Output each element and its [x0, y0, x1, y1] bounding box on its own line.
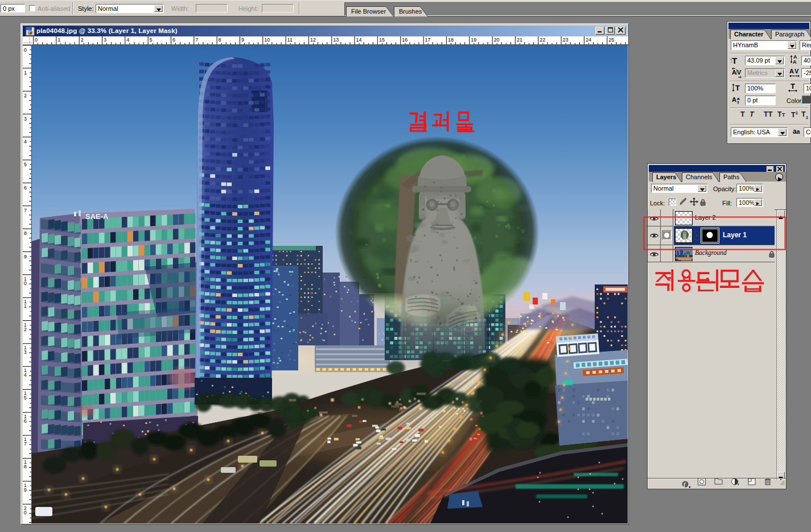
svg-text:T: T [735, 84, 740, 92]
svg-text:5: 5 [24, 162, 27, 167]
svg-text:20: 20 [494, 37, 500, 43]
svg-text:A: A [732, 96, 736, 103]
svg-text:3: 3 [104, 37, 106, 43]
svg-text:A: A [793, 59, 797, 64]
svg-text:8: 8 [219, 37, 221, 43]
svg-text:2: 2 [81, 37, 84, 43]
svg-text:A: A [732, 69, 736, 76]
svg-text:24: 24 [586, 37, 591, 43]
svg-text:T: T [791, 82, 795, 90]
svg-text:SAE-A: SAE-A [85, 212, 109, 221]
svg-text:4: 4 [126, 37, 129, 43]
svg-text:6: 6 [24, 185, 27, 191]
svg-text:9: 9 [241, 37, 244, 43]
svg-text:18: 18 [448, 37, 454, 43]
svg-text:a: a [737, 96, 740, 101]
svg-text:1: 1 [24, 303, 27, 309]
svg-text:3: 3 [24, 349, 27, 355]
svg-text:3: 3 [24, 116, 27, 122]
svg-text:10: 10 [264, 37, 270, 43]
svg-text:7: 7 [195, 37, 198, 43]
svg-text:23: 23 [563, 37, 569, 43]
svg-text:2: 2 [24, 327, 27, 332]
svg-text:16: 16 [402, 37, 407, 43]
svg-text:1: 1 [24, 70, 27, 76]
svg-text:0: 0 [24, 281, 27, 286]
svg-text:0: 0 [24, 510, 27, 515]
svg-text:13: 13 [333, 37, 339, 43]
svg-text:4: 4 [24, 372, 27, 378]
svg-text:0: 0 [24, 47, 27, 53]
svg-text:19: 19 [471, 37, 476, 43]
svg-text:21: 21 [517, 37, 522, 43]
svg-text:8: 8 [24, 464, 27, 469]
svg-text:V: V [794, 68, 799, 75]
svg-text:22: 22 [540, 37, 545, 43]
svg-text:17: 17 [425, 37, 431, 43]
svg-text:9: 9 [24, 487, 27, 493]
svg-text:9: 9 [24, 254, 27, 259]
svg-text:V: V [737, 69, 742, 76]
svg-text:14: 14 [356, 37, 362, 43]
svg-text:A: A [789, 68, 794, 75]
svg-text:5: 5 [24, 395, 27, 401]
svg-text:4: 4 [24, 139, 27, 145]
svg-text:7: 7 [24, 441, 27, 447]
svg-text:2: 2 [24, 93, 27, 98]
svg-text:11: 11 [287, 37, 293, 43]
svg-text:12: 12 [310, 37, 316, 43]
svg-text:5: 5 [150, 37, 153, 43]
svg-text:25: 25 [608, 37, 614, 43]
svg-text:8: 8 [24, 230, 27, 236]
svg-text:7: 7 [24, 208, 27, 213]
svg-text:15: 15 [379, 37, 385, 43]
svg-text:6: 6 [24, 418, 27, 424]
svg-text:0: 0 [35, 37, 38, 43]
svg-text:1: 1 [57, 37, 60, 43]
svg-text:6: 6 [172, 37, 175, 43]
